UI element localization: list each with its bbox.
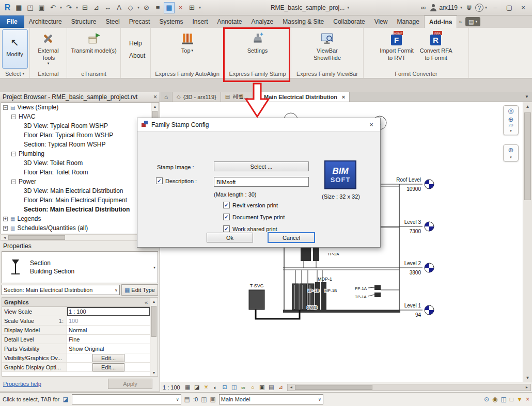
tab-view[interactable]: View [370, 15, 393, 28]
print-icon[interactable]: ⊟ [80, 2, 90, 13]
measure-icon[interactable]: ⊿ [91, 2, 102, 13]
home-icon[interactable]: ⌂ [160, 92, 173, 102]
property-value[interactable]: 1 : 100 [67, 307, 150, 316]
scroll-down-icon[interactable]: ▼ [526, 373, 530, 382]
tab-precast[interactable]: Precast [124, 15, 155, 28]
scroll-left-icon[interactable]: ◄ [288, 385, 295, 389]
switch-windows-icon[interactable]: ⊞ [186, 2, 197, 13]
scroll-up-icon[interactable]: ▲ [152, 298, 156, 305]
undo-icon[interactable]: ↶ [48, 2, 58, 13]
shadows-icon[interactable]: ◐ [212, 384, 220, 391]
property-value[interactable]: Show Original [67, 344, 150, 353]
selection-dropdown[interactable]: Section: Main Electrical Distribution ∨ [2, 285, 120, 295]
edit-graphic-display-button[interactable]: Edit... [92, 363, 124, 371]
steering-wheel-icon[interactable]: ◎ [508, 107, 513, 114]
tab-collaborate[interactable]: Collaborate [328, 15, 369, 28]
tab-manage[interactable]: Manage [392, 15, 424, 28]
properties-help-link[interactable]: Properties help [3, 381, 41, 387]
title-caret-icon[interactable]: ▾ [346, 5, 350, 10]
description-checkbox[interactable]: ✓ [156, 177, 163, 184]
project-browser-header[interactable]: Project Browser - RME_basic_sample_proje… [0, 92, 160, 102]
scroll-down-icon[interactable]: ▼ [152, 369, 156, 376]
import-formit-button[interactable]: AXMFF Import Formit to RVT [378, 29, 415, 62]
user-icon[interactable] [429, 4, 437, 12]
text-icon[interactable]: A [114, 2, 124, 13]
show-crop-region-icon[interactable]: ◫ [230, 384, 238, 391]
expand-icon[interactable]: + [3, 217, 8, 221]
drag-on-selection-icon[interactable]: □ [510, 396, 513, 403]
temporary-view-properties-icon[interactable]: ▤ [268, 384, 275, 391]
select-link-icon[interactable]: ⊙ [484, 396, 489, 403]
maximize-button[interactable]: ▢ [503, 1, 516, 14]
detail-level-icon[interactable]: ▦ [184, 384, 192, 391]
scroll-left-icon[interactable]: ◄ [1, 236, 8, 239]
collapse-icon[interactable]: − [11, 180, 16, 184]
save-icon[interactable]: ▣ [36, 2, 47, 13]
signed-in-user[interactable]: arx119 [439, 4, 458, 11]
visual-style-icon[interactable]: ◪ [193, 384, 201, 391]
tab-analyze[interactable]: Analyze [247, 15, 278, 28]
tree-item-floorplan-main-electrical[interactable]: Floor Plan: Main Electrical Equipment [1, 196, 151, 205]
active-window-icon[interactable]: ▤ [164, 2, 175, 13]
tab-annotate[interactable]: Annotate [212, 15, 246, 28]
ribbon-expand-icon[interactable]: » [457, 15, 463, 28]
tab-add-ins[interactable]: Add-Ins [424, 15, 458, 28]
type-selector-caret-icon[interactable]: ▾ [153, 265, 155, 270]
tree-item-3d-main-electrical[interactable]: 3D View: Main Electrical Distribution [1, 186, 151, 196]
canvas-vertical-scrollbar[interactable]: ▲ ▼ [523, 102, 532, 382]
navigation-bar[interactable]: ◎ ⊕ 2D ▾ [503, 105, 519, 135]
scrollbar-thumb[interactable] [524, 112, 531, 200]
view-scale[interactable]: 1 : 100 [163, 384, 180, 391]
scrollbar-thumb[interactable] [295, 385, 372, 390]
select-by-face-icon[interactable]: ◫ [501, 396, 507, 403]
sun-path-icon[interactable]: ☀ [202, 384, 210, 391]
design-option-dropdown[interactable]: Main Model ∨ [219, 394, 323, 404]
external-tools-button[interactable]: External Tools ▾ [36, 29, 60, 67]
modify-button[interactable]: ↖ Modify [2, 29, 28, 69]
scrollbar-thumb[interactable] [8, 235, 65, 240]
scroll-right-icon[interactable]: ► [523, 385, 530, 389]
tab-massing-site[interactable]: Massing & Site [278, 15, 328, 28]
tree-item-legends[interactable]: +▦Legends [1, 214, 151, 223]
temporary-hide-isolate-icon[interactable]: ∞ [240, 384, 247, 391]
section-icon[interactable]: ⊘ [141, 2, 152, 13]
close-button[interactable]: × [517, 1, 530, 14]
view-tab-3d[interactable]: ◇ {3D - arx119} [173, 92, 221, 102]
type-selector[interactable]: Section Building Section ▾ [2, 251, 158, 283]
dialog-close-icon[interactable]: × [366, 121, 377, 128]
tab-steel[interactable]: Steel [101, 15, 124, 28]
top-button[interactable]: Top▾ [179, 29, 196, 55]
tree-item-3d-typical-room[interactable]: 3D View: Typical Room WSHP [1, 121, 151, 131]
viewbar-showhide-button[interactable]: ViewBar Show/Hide [312, 29, 342, 62]
collapse-all-icon[interactable]: « [145, 299, 148, 305]
reveal-hidden-elements-icon[interactable]: ○ [249, 384, 257, 391]
about-button[interactable]: About [126, 51, 148, 60]
scrollbar-thumb[interactable] [151, 306, 157, 337]
thin-lines-icon[interactable]: ≡ [152, 2, 163, 13]
property-value[interactable]: 100 [67, 316, 150, 326]
aligned-dimension-icon[interactable]: ↔ [102, 2, 113, 13]
ui-layout-button[interactable]: ▤ ▾ [465, 17, 480, 26]
description-input[interactable] [214, 177, 309, 187]
tab-systems[interactable]: Systems [154, 15, 187, 28]
undo-caret-icon[interactable]: ▾ [59, 5, 63, 10]
scroll-up-icon[interactable]: ▲ [153, 103, 157, 110]
help-caret-icon[interactable]: ▾ [484, 5, 488, 10]
revit-version-checkbox[interactable]: ✓ [223, 202, 230, 208]
dialog-title-bar[interactable]: Family Stamp Config × [137, 118, 380, 132]
revit-logo-icon[interactable]: R [2, 2, 13, 13]
app-store-cart-icon[interactable]: ⋓ [464, 2, 475, 13]
tree-item-plumbing[interactable]: −Plumbing [1, 149, 151, 158]
canvas-horizontal-scrollbar[interactable]: ◄ ► [287, 384, 531, 391]
tree-item-3d-toilet-room[interactable]: 3D View: Toilet Room [1, 158, 151, 168]
tab-file[interactable]: File [0, 15, 24, 28]
user-caret-icon[interactable]: ▾ [459, 5, 463, 10]
property-value[interactable]: Normal [67, 326, 150, 335]
tab-structure[interactable]: Structure [67, 15, 101, 28]
tree-item-section-main-electrical[interactable]: Section: Main Electrical Distribution [1, 205, 151, 214]
zoom-caret-icon[interactable]: ▾ [510, 155, 512, 159]
tree-item-section-typical-room[interactable]: Section: Typical Room WSHP [1, 140, 151, 149]
tab-list-icon[interactable]: ▼ [522, 92, 532, 102]
tab-architecture[interactable]: Architecture [24, 15, 67, 28]
redo-caret-icon[interactable]: ▾ [75, 5, 79, 10]
